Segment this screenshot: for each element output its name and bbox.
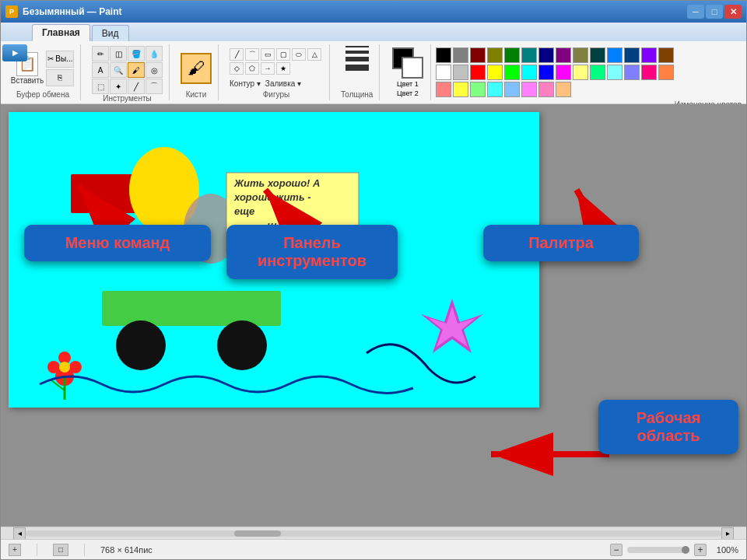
new-button[interactable]: + xyxy=(9,544,21,556)
select-tool[interactable]: ⬚ xyxy=(92,79,109,94)
thickness-1[interactable] xyxy=(345,46,369,47)
eraser-tool[interactable]: ◫ xyxy=(110,46,127,61)
shape-curve[interactable]: ⌒ xyxy=(245,48,259,61)
palette-color-30[interactable] xyxy=(470,82,486,97)
palette-color-18[interactable] xyxy=(504,65,520,80)
toolbar-annotation: Панельинструментов xyxy=(226,225,398,279)
thickness-group: Толщина xyxy=(335,44,380,100)
text-tool[interactable]: A xyxy=(92,62,109,78)
lasso-tool[interactable]: ✦ xyxy=(110,79,127,94)
zoom-out-button[interactable]: − xyxy=(610,544,622,556)
shape-diamond[interactable]: ◇ xyxy=(230,62,244,75)
palette-color-15[interactable] xyxy=(453,65,468,80)
zoom-tool[interactable]: 🔍 xyxy=(110,62,127,78)
palette-color-8[interactable] xyxy=(573,47,588,63)
palette-color-22[interactable] xyxy=(573,65,588,80)
palette-color-5[interactable] xyxy=(521,47,537,63)
palette-color-9[interactable] xyxy=(590,47,605,63)
palette-color-29[interactable] xyxy=(453,82,468,97)
copy-button[interactable]: ⎘ xyxy=(46,69,74,86)
minimize-button[interactable]: ─ xyxy=(687,5,704,19)
palette-color-6[interactable] xyxy=(538,47,554,63)
fill-tool[interactable]: 🪣 xyxy=(128,46,145,61)
shape-pentagon[interactable]: ⬠ xyxy=(245,62,259,75)
palette-color-24[interactable] xyxy=(607,65,622,80)
palette-color-26[interactable] xyxy=(641,65,657,80)
palette-color-12[interactable] xyxy=(641,47,657,63)
palette-color-17[interactable] xyxy=(487,65,503,80)
palette-color-25[interactable] xyxy=(624,65,640,80)
shapes-label: Фигуры xyxy=(263,90,289,99)
scroll-left-button[interactable]: ◂ xyxy=(13,527,26,540)
thickness-2[interactable] xyxy=(345,51,369,54)
palette-color-35[interactable] xyxy=(556,82,571,97)
palette-color-2[interactable] xyxy=(470,47,486,63)
svg-point-11 xyxy=(217,320,267,370)
palette-color-4[interactable] xyxy=(504,47,520,63)
palette-color-23[interactable] xyxy=(590,65,605,80)
brush-selector[interactable]: 🖌 xyxy=(181,53,212,84)
tab-home[interactable]: Главная xyxy=(32,24,90,41)
thickness-3[interactable] xyxy=(345,57,369,61)
shape-star[interactable]: ★ xyxy=(276,62,290,75)
palette-color-31[interactable] xyxy=(487,82,503,97)
shape-line[interactable]: ╱ xyxy=(230,48,244,61)
tools-label: Инструменты xyxy=(103,94,151,103)
shape-ellipse[interactable]: ⬭ xyxy=(292,48,306,61)
palette-color-13[interactable] xyxy=(658,47,674,63)
paint-menu-button[interactable]: ▶ xyxy=(2,44,27,61)
palette-color-33[interactable] xyxy=(521,82,537,97)
zoom-bar: − + 100% xyxy=(610,544,738,556)
palette-color-20[interactable] xyxy=(538,65,554,80)
thickness-label: Толщина xyxy=(341,90,373,99)
palette-color-21[interactable] xyxy=(556,65,571,80)
status-icon: □ xyxy=(53,544,68,556)
zoom-slider[interactable] xyxy=(627,547,689,553)
color-indicators-group: Цвет 1 Цвет 2 xyxy=(384,44,431,100)
palette-color-28[interactable] xyxy=(436,82,451,97)
svg-text:хорошо жить -: хорошо жить - xyxy=(233,191,311,203)
palette-color-7[interactable] xyxy=(556,47,571,63)
color-palette xyxy=(436,47,742,97)
line-tool[interactable]: ╱ xyxy=(128,79,145,94)
tab-view[interactable]: Вид xyxy=(92,25,129,41)
shape-arrow[interactable]: → xyxy=(261,62,275,75)
color2-box[interactable] xyxy=(402,57,423,79)
palette-color-34[interactable] xyxy=(538,82,554,97)
palette-color-32[interactable] xyxy=(504,82,520,97)
palette-color-0[interactable] xyxy=(436,47,451,63)
palette-color-1[interactable] xyxy=(453,47,468,63)
workspace-text: Рабочаяобласть xyxy=(637,409,701,444)
zoom-level: 100% xyxy=(711,545,738,555)
pencil-tool[interactable]: ✏ xyxy=(92,46,109,61)
palette-color-16[interactable] xyxy=(470,65,486,80)
status-separator-2 xyxy=(84,544,85,556)
shape-rounded-rect[interactable]: ▢ xyxy=(276,48,290,61)
palette-color-19[interactable] xyxy=(521,65,537,80)
workspace-annotation: Рабочаяобласть xyxy=(598,400,738,454)
scroll-right-button[interactable]: ▸ xyxy=(721,527,734,540)
fill-dropdown[interactable]: Заливка ▾ xyxy=(265,79,301,88)
thickness-4[interactable] xyxy=(345,65,369,71)
scrollbar-thumb[interactable] xyxy=(234,530,281,537)
palette-color-11[interactable] xyxy=(624,47,640,63)
airbrush-tool[interactable]: ◎ xyxy=(146,62,163,78)
thickness-options xyxy=(345,46,369,71)
brush-tool[interactable]: 🖌 xyxy=(128,62,145,78)
shape-triangle[interactable]: △ xyxy=(307,48,321,61)
palette-color-27[interactable] xyxy=(658,65,674,80)
scrollbar-track xyxy=(26,530,721,537)
zoom-in-button[interactable]: + xyxy=(694,544,707,556)
palette-color-14[interactable] xyxy=(436,65,451,80)
contour-dropdown[interactable]: Контур ▾ xyxy=(230,79,261,88)
close-button[interactable]: ✕ xyxy=(724,5,742,19)
maximize-button[interactable]: □ xyxy=(706,5,723,19)
palette-color-10[interactable] xyxy=(607,47,622,63)
picker-tool[interactable]: 💧 xyxy=(146,46,163,61)
palette-color-3[interactable] xyxy=(487,47,503,63)
horizontal-scrollbar: ◂ ▸ xyxy=(1,527,746,539)
color1-label: Цвет 1 xyxy=(397,80,419,88)
shape-rect[interactable]: ▭ xyxy=(261,48,275,61)
curve-tool[interactable]: ⌒ xyxy=(146,79,163,94)
cut-button[interactable]: ✂ Вы... xyxy=(46,51,74,68)
